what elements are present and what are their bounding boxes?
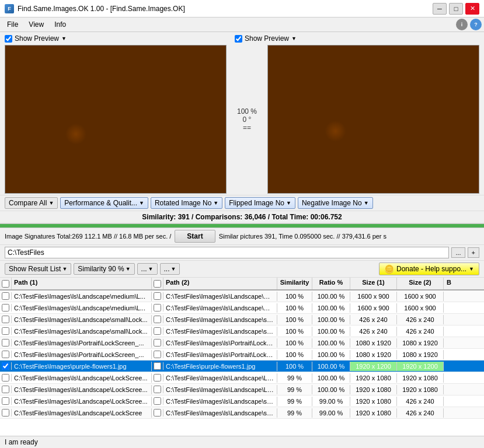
- row-checkbox1[interactable]: [2, 327, 9, 335]
- row-checkbox1[interactable]: [2, 339, 9, 346]
- show-result-list-arrow[interactable]: ▼: [62, 266, 67, 272]
- row-checkbox2[interactable]: [154, 351, 161, 358]
- similarity-button[interactable]: Similarity 90 % ▼: [74, 263, 134, 275]
- performance-dropdown[interactable]: Performance & Qualit... ▼: [60, 197, 148, 209]
- show-result-list-button[interactable]: Show Result List ▼: [5, 263, 71, 275]
- row-checkbox2[interactable]: [154, 316, 161, 323]
- header-path2[interactable]: Path (2): [163, 278, 277, 289]
- row-checkbox1[interactable]: [2, 351, 9, 358]
- table-body[interactable]: C:\TestFiles\Images\ls\Landscape\medium\…: [0, 290, 484, 436]
- row-check1[interactable]: [0, 304, 12, 312]
- table-row[interactable]: C:\TestFiles\Images\ls\Landscape\small\L…: [0, 314, 484, 326]
- row-check1[interactable]: [0, 409, 12, 416]
- row-checkbox1[interactable]: [2, 304, 9, 312]
- row-check2[interactable]: [152, 316, 163, 323]
- menu-view[interactable]: View: [24, 19, 48, 30]
- header-size1[interactable]: Size (1): [350, 278, 397, 289]
- row-checkbox2[interactable]: [154, 409, 161, 416]
- header-similarity[interactable]: Similarity: [277, 278, 312, 289]
- row-checkbox1[interactable]: [2, 374, 9, 382]
- row-check1[interactable]: [0, 351, 12, 358]
- rotated-dropdown[interactable]: Rotated Image No ▼: [151, 197, 222, 209]
- left-preview-arrow[interactable]: ▼: [61, 36, 67, 41]
- row-check2[interactable]: [152, 292, 163, 300]
- row-check1[interactable]: [0, 327, 12, 335]
- table-row[interactable]: C:\TestFiles\Images\ls\Landscape\medium\…: [0, 290, 484, 302]
- table-row[interactable]: C:\TestFiles\Images\ls\Landscape\LockScr…: [0, 372, 484, 384]
- row-check2[interactable]: [152, 397, 163, 405]
- row-checkbox2[interactable]: [154, 292, 161, 300]
- compare-all-dropdown[interactable]: Compare All ▼: [5, 197, 58, 209]
- row-checkbox1[interactable]: [2, 386, 9, 393]
- similarity-arrow[interactable]: ▼: [126, 266, 131, 272]
- dotdot-arrow-1[interactable]: ▼: [148, 266, 154, 272]
- negative-dropdown[interactable]: Negative Image No ▼: [298, 197, 373, 209]
- row-checkbox2[interactable]: [154, 386, 161, 393]
- menu-file[interactable]: File: [2, 19, 23, 30]
- header-b[interactable]: B: [444, 278, 454, 289]
- table-row[interactable]: C:\TestFiles\Images\ls\Landscape\LockScr…: [0, 407, 484, 419]
- row-check2[interactable]: [152, 327, 163, 335]
- table-row[interactable]: C:\TestFiles\Images\ls\Landscape\LockScr…: [0, 396, 484, 407]
- donate-arrow[interactable]: ▼: [469, 266, 474, 272]
- header-ratio[interactable]: Ratio %: [312, 278, 350, 289]
- donate-button[interactable]: 🪙 Donate - Help suppo... ▼: [379, 262, 479, 275]
- select-all2-checkbox[interactable]: [154, 280, 161, 288]
- table-row[interactable]: C:\TestFiles\Images\purple-flowers1.jpg …: [0, 360, 484, 372]
- show-preview-left-checkbox[interactable]: [5, 35, 12, 43]
- row-similarity: 100 %: [277, 315, 312, 324]
- row-check1[interactable]: [0, 386, 12, 393]
- right-preview-arrow[interactable]: ▼: [291, 36, 297, 41]
- path-input[interactable]: [5, 247, 449, 258]
- row-check2[interactable]: [152, 339, 163, 346]
- row-checkbox1[interactable]: [2, 409, 9, 416]
- header-check2[interactable]: [152, 278, 163, 289]
- row-check1[interactable]: [0, 362, 12, 370]
- table-row[interactable]: C:\TestFiles\Images\ls\Landscape\small\L…: [0, 326, 484, 337]
- select-all-checkbox[interactable]: [2, 280, 9, 288]
- header-check1[interactable]: [0, 278, 12, 289]
- row-b: [444, 388, 454, 391]
- table-row[interactable]: C:\TestFiles\Images\ls\Landscape\LockScr…: [0, 384, 484, 396]
- row-check1[interactable]: [0, 292, 12, 300]
- menu-info[interactable]: Info: [50, 19, 71, 30]
- header-path1[interactable]: Path (1): [12, 278, 152, 289]
- path-plus-button[interactable]: +: [468, 247, 479, 258]
- row-checkbox2[interactable]: [154, 339, 161, 346]
- table-row[interactable]: C:\TestFiles\Images\ls\Landscape\medium\…: [0, 302, 484, 314]
- row-check1[interactable]: [0, 397, 12, 405]
- dotdot-button-1[interactable]: ... ▼: [137, 263, 158, 275]
- row-check2[interactable]: [152, 374, 163, 382]
- row-check2[interactable]: [152, 304, 163, 312]
- dotdot-button-2[interactable]: ... ▼: [160, 263, 180, 275]
- show-preview-right-checkbox[interactable]: [235, 35, 242, 43]
- row-checkbox2[interactable]: [154, 397, 161, 405]
- table-row[interactable]: C:\TestFiles\Images\ls\Portrait\LockScre…: [0, 349, 484, 360]
- row-checkbox1[interactable]: [2, 292, 9, 300]
- minimize-button[interactable]: ─: [433, 3, 447, 15]
- row-check2[interactable]: [152, 362, 163, 370]
- row-check1[interactable]: [0, 339, 12, 346]
- row-checkbox2[interactable]: [154, 327, 161, 335]
- row-checkbox2[interactable]: [154, 304, 161, 312]
- close-button[interactable]: ✕: [465, 3, 479, 15]
- table-row[interactable]: C:\TestFiles\Images\ls\Portrait\LockScre…: [0, 337, 484, 349]
- help-icon[interactable]: i: [456, 19, 468, 30]
- row-check1[interactable]: [0, 374, 12, 382]
- dotdot-arrow-2[interactable]: ▼: [171, 266, 176, 272]
- row-checkbox1[interactable]: [2, 316, 9, 323]
- row-check2[interactable]: [152, 386, 163, 393]
- row-checkbox1[interactable]: [2, 362, 9, 370]
- header-size2[interactable]: Size (2): [397, 278, 444, 289]
- row-checkbox2[interactable]: [154, 374, 161, 382]
- row-check1[interactable]: [0, 316, 12, 323]
- maximize-button[interactable]: □: [449, 3, 463, 15]
- row-checkbox1[interactable]: [2, 397, 9, 405]
- row-check2[interactable]: [152, 351, 163, 358]
- row-checkbox2[interactable]: [154, 362, 161, 370]
- flipped-dropdown[interactable]: Flipped Image No ▼: [225, 197, 295, 209]
- row-check2[interactable]: [152, 409, 163, 416]
- start-button[interactable]: Start: [175, 230, 215, 243]
- question-icon[interactable]: ?: [470, 19, 482, 30]
- path-dotdot-button[interactable]: ...: [451, 247, 465, 258]
